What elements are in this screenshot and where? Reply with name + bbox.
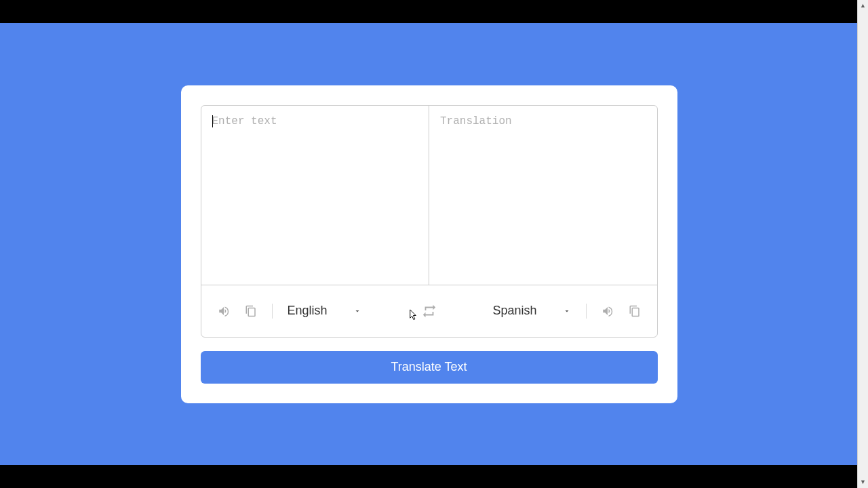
chevron-down-icon xyxy=(353,307,361,315)
chevron-down-icon xyxy=(563,307,571,315)
text-panels: English Spanish xyxy=(201,105,658,338)
source-text-cell xyxy=(201,106,429,285)
target-language-label: Spanish xyxy=(492,304,536,318)
scroll-up-icon[interactable]: ▲ xyxy=(858,0,868,12)
vertical-scrollbar[interactable]: ▲ ▼ xyxy=(857,0,868,488)
target-language-select[interactable]: Spanish xyxy=(492,304,570,318)
separator xyxy=(586,304,587,319)
target-controls: Spanish xyxy=(437,304,641,319)
text-caret xyxy=(212,115,213,127)
source-textarea[interactable] xyxy=(201,106,429,285)
source-language-select[interactable]: English xyxy=(288,304,361,318)
swap-icon[interactable] xyxy=(422,304,437,319)
controls-row: English Spanish xyxy=(201,285,657,337)
app-viewport: English Spanish xyxy=(0,23,858,465)
separator xyxy=(272,304,273,319)
source-language-label: English xyxy=(288,304,328,318)
speaker-icon[interactable] xyxy=(218,305,230,317)
target-textarea[interactable] xyxy=(429,106,657,285)
copy-icon[interactable] xyxy=(629,305,641,317)
speaker-icon[interactable] xyxy=(601,305,614,317)
copy-icon[interactable] xyxy=(245,305,257,317)
translator-card: English Spanish xyxy=(181,85,677,403)
scroll-down-icon[interactable]: ▼ xyxy=(858,476,868,488)
target-text-cell xyxy=(429,106,657,285)
translate-button[interactable]: Translate Text xyxy=(201,351,658,384)
text-row xyxy=(201,106,657,285)
source-controls: English xyxy=(218,304,422,319)
